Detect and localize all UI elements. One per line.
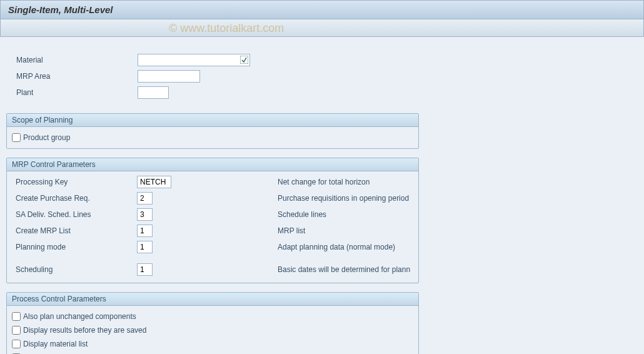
page-header: Single-Item, Multi-Level [0,0,644,19]
create-purchase-req-desc: Purchase requisitions in opening period [278,194,409,203]
create-purchase-req-row: Create Purchase Req. Purchase requisitio… [12,191,413,205]
display-material-list-checkbox[interactable] [12,340,21,348]
product-group-checkbox[interactable] [12,133,21,142]
planning-mode-label: Planning mode [12,243,137,251]
processing-key-desc: Net change for total horizon [278,178,370,186]
sa-deliv-sched-row: SA Deliv. Sched. Lines Schedule lines [12,208,413,221]
create-mrp-list-input[interactable] [137,225,153,237]
product-group-row: Product group [12,131,413,144]
mrp-control-title: MRP Control Parameters [7,158,418,171]
create-mrp-list-row: Create MRP List MRP list [12,224,413,238]
scheduling-input[interactable] [137,263,153,276]
mrp-control-body: Processing Key Net change for total hori… [7,171,418,283]
spacer [12,256,413,263]
scope-of-planning-title: Scope of Planning [7,114,418,127]
simulation-mode-row: Simulation mode [12,351,413,354]
material-input-wrapper [138,54,250,66]
sa-deliv-sched-input[interactable] [137,208,153,221]
process-control-group: Process Control Parameters Also plan unc… [6,292,419,354]
scope-of-planning-body: Product group [7,127,418,148]
scope-of-planning-group: Scope of Planning Product group [6,113,419,149]
process-control-title: Process Control Parameters [7,293,418,306]
also-plan-unchanged-row: Also plan unchanged components [12,310,413,323]
planning-mode-input[interactable] [137,241,153,253]
material-label: Material [13,56,138,64]
material-input[interactable] [138,54,250,66]
processing-key-input[interactable] [137,176,171,188]
plant-input[interactable] [138,86,169,99]
planning-mode-row: Planning mode Adapt planning data (norma… [12,240,413,254]
mrp-area-label: MRP Area [13,72,138,81]
scheduling-row: Scheduling Basic dates will be determine… [12,263,413,276]
display-material-list-label: Display material list [23,340,88,348]
scheduling-label: Scheduling [12,265,137,274]
also-plan-unchanged-label: Also plan unchanged components [23,312,136,321]
sa-deliv-sched-label: SA Deliv. Sched. Lines [12,210,137,219]
mrp-control-group: MRP Control Parameters Processing Key Ne… [6,158,419,283]
create-mrp-list-label: Create MRP List [12,226,137,235]
plant-label: Plant [13,88,138,97]
top-fields: Material MRP Area Plant [6,44,638,104]
display-results-before-save-label: Display results before they are saved [23,326,146,335]
processing-key-label: Processing Key [12,178,137,186]
also-plan-unchanged-checkbox[interactable] [12,312,21,321]
sa-deliv-sched-desc: Schedule lines [278,210,326,219]
display-results-before-save-row: Display results before they are saved [12,323,413,337]
toolbar [0,19,644,37]
display-results-before-save-checkbox[interactable] [12,326,21,335]
create-mrp-list-desc: MRP list [278,226,305,235]
mrp-area-row: MRP Area [13,69,631,83]
product-group-label: Product group [23,133,70,142]
plant-row: Plant [13,86,631,99]
processing-key-row: Processing Key Net change for total hori… [12,175,413,189]
mrp-area-input[interactable] [138,70,200,83]
create-purchase-req-input[interactable] [137,192,153,205]
planning-mode-desc: Adapt planning data (normal mode) [278,243,395,251]
process-control-body: Also plan unchanged components Display r… [7,306,418,354]
create-purchase-req-label: Create Purchase Req. [12,194,137,203]
display-material-list-row: Display material list [12,337,413,351]
page-title: Single-Item, Multi-Level [8,4,113,15]
content-area: Material MRP Area Plant Scope of Plannin… [0,37,644,354]
material-row: Material [13,53,631,67]
scheduling-desc: Basic dates will be determined for plann [278,265,410,274]
